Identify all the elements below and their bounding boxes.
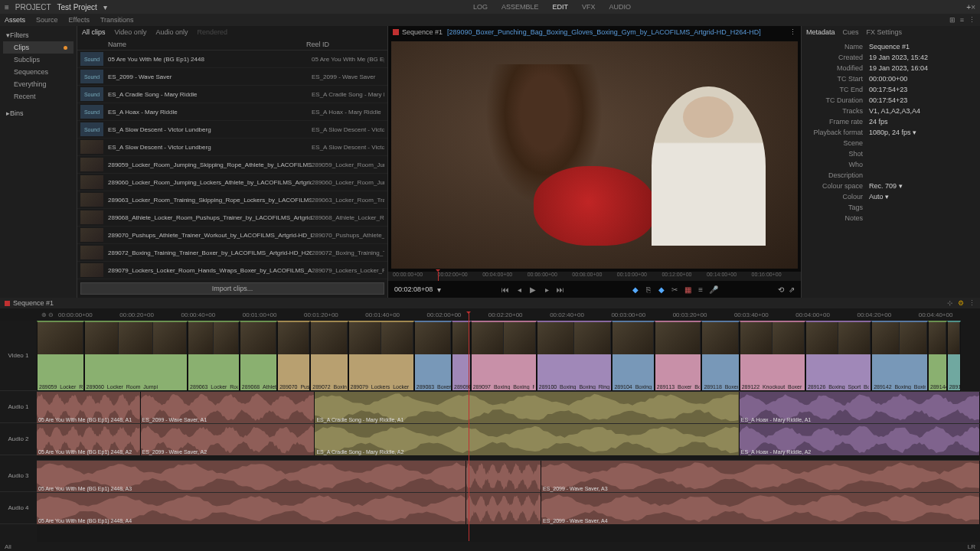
clip-row[interactable]: 289063_Locker_Room_Training_Skipping_Rop… [77, 191, 387, 209]
tab-assets[interactable]: Assets [5, 16, 25, 24]
track-header-a4[interactable]: Audio 4 [0, 492, 37, 524]
lr-label[interactable]: LR [968, 543, 975, 550]
grid-icon[interactable]: ▦ [683, 285, 692, 294]
clips-tab[interactable]: Rendered [197, 28, 227, 36]
list-icon[interactable]: ≡ [696, 285, 705, 294]
play-icon[interactable]: ▶ [528, 285, 537, 294]
filter-recent[interactable]: Recent [3, 90, 74, 103]
video-clip[interactable]: 289144_t [928, 321, 947, 391]
menu-edit[interactable]: EDIT [553, 3, 569, 11]
grid-icon[interactable]: ⊞ [949, 16, 956, 24]
zoom-out-icon[interactable]: ⊖ [48, 311, 54, 318]
clip-row[interactable]: SoundES_A Cradle Song - Mary RiddleES_A … [77, 86, 387, 103]
video-clip[interactable]: 289100_Boxing_Boxing_Ring_Boxing_Jud [537, 321, 612, 391]
all-label[interactable]: All [5, 543, 11, 550]
settings-icon[interactable]: ⚙ [958, 299, 964, 307]
clip-row[interactable]: 289079_Lockers_Locker_Room_Hands_Wraps_B… [77, 262, 387, 279]
video-clip[interactable]: 289104_Boxing_Boxer [612, 321, 654, 391]
audio-clip[interactable] [466, 461, 542, 492]
video-clip[interactable]: 289063_Locker_Room_Training_Sk [188, 321, 240, 391]
sequence-tab[interactable]: Sequence #1 [13, 299, 54, 307]
bins-header[interactable]: Bins [10, 109, 24, 117]
video-clip[interactable]: 289083_Boxer_Hands [414, 321, 452, 391]
menu-log[interactable]: LOG [473, 3, 488, 11]
track-header-a1[interactable]: Audio 1 [0, 391, 37, 423]
chevron-down-icon[interactable]: ▾ [911, 129, 917, 136]
viewer-display[interactable] [391, 41, 798, 269]
video-clip[interactable]: 289070_Pushups [277, 321, 310, 391]
chevron-down-icon[interactable]: ▾ [437, 285, 441, 294]
more-icon[interactable]: ⋮ [969, 299, 975, 307]
timeline-playhead[interactable] [469, 311, 469, 541]
filter-everything[interactable]: Everything [3, 78, 74, 90]
mic-icon[interactable]: 🎤 [709, 285, 718, 294]
tab-source[interactable]: Source [36, 16, 58, 24]
tab-transitions[interactable]: Transitions [100, 16, 134, 24]
clip-row[interactable]: 289072_Boxing_Training_Trainer_Boxer_by_… [77, 244, 387, 262]
video-clip[interactable]: 289079_Lockers_Locker_Room_Hands [348, 321, 414, 391]
audio-clip[interactable]: ES_2099 - Wave Saver, A4 [541, 493, 980, 524]
audio-clip[interactable]: ES_A Hoax - Mary Riddle, A1 [740, 392, 980, 423]
audio-clip[interactable]: 05 Are You With Me (BG Ep1) 2448, A4 [37, 493, 466, 524]
clip-row[interactable]: SoundES_A Hoax - Mary RiddleES_A Hoax - … [77, 103, 387, 121]
clip-row[interactable]: SoundES_A Slow Descent - Victor Lundberg… [77, 121, 387, 139]
clip-row[interactable]: 289068_Athlete_Locker_Room_Pushups_Train… [77, 209, 387, 227]
meta-tab[interactable]: FX Settings [867, 28, 903, 36]
loop-icon[interactable]: ⟲ [778, 285, 784, 294]
step-back-icon[interactable]: ◂ [514, 285, 524, 294]
snap-icon[interactable]: ⊹ [947, 299, 953, 307]
list-icon[interactable]: ≡ [960, 16, 964, 24]
filter-clips[interactable]: Clips [3, 41, 74, 54]
hamburger-icon[interactable]: ≡ [5, 3, 9, 11]
filter-sequences[interactable]: Sequences [3, 66, 74, 78]
audio-clip[interactable]: ES_2099 - Wave Saver, A3 [541, 461, 980, 492]
chevron-down-icon[interactable]: ▾ [884, 193, 890, 201]
tab-effects[interactable]: Effects [69, 16, 90, 24]
menu-audio[interactable]: AUDIO [609, 3, 632, 11]
clip-row[interactable]: 289070_Pushups_Athlete_Trainer_Workout_b… [77, 227, 387, 244]
col-name[interactable]: Name [82, 41, 306, 48]
video-clip[interactable]: 289147 [947, 321, 961, 391]
project-name[interactable]: Test Project [57, 3, 97, 11]
link-icon[interactable]: ⎘ [644, 285, 653, 294]
chevron-down-icon[interactable]: ▾ [897, 182, 903, 190]
video-clip[interactable]: 289072_Boxing_Tr [310, 321, 348, 391]
filter-subclips[interactable]: Subclips [3, 54, 74, 66]
track-header-v1[interactable]: Video 1 [0, 321, 37, 391]
close-icon[interactable]: × [971, 3, 975, 11]
audio-clip[interactable] [466, 493, 542, 524]
clip-row[interactable]: 289060_Locker_Room_Jumping_Lockers_Athle… [77, 174, 387, 191]
audio-clip[interactable]: ES_2099 - Wave Saver, A1 [141, 392, 315, 423]
menu-icon[interactable]: ⋮ [789, 28, 796, 36]
clips-tab[interactable]: Audio only [155, 28, 188, 36]
video-clip[interactable]: 289118_Boxer_Boxing [701, 321, 739, 391]
video-clip[interactable]: 289113_Boxer_Boxing_Boxi [655, 321, 702, 391]
more-icon[interactable]: ⋮ [969, 16, 975, 24]
timecode[interactable]: 00:02:08+08 [394, 285, 433, 293]
cut-icon[interactable]: ✂ [670, 285, 679, 294]
skip-end-icon[interactable]: ⏭ [556, 285, 565, 294]
video-clip[interactable]: 289122_Knockout_Boxer_Bruised_Boxi [740, 321, 805, 391]
audio-clip[interactable]: ES_A Hoax - Mary Riddle, A2 [740, 424, 980, 455]
video-clip[interactable]: 289060_Locker_Room_Jumpi [84, 321, 188, 391]
track-header-a3[interactable]: Audio 3 [0, 460, 37, 492]
meta-tab[interactable]: Metadata [806, 28, 835, 36]
clips-tab[interactable]: Video only [115, 28, 147, 36]
audio-clip[interactable]: 05 Are You With Me (BG Ep1) 2448, A1 [37, 392, 141, 423]
video-clip[interactable]: 289097_Boxing_Boxing_Ring_Boxer [471, 321, 537, 391]
video-clip[interactable]: 289059_Locker_Room_Jump [37, 321, 84, 391]
menu-vfx[interactable]: VFX [582, 3, 596, 11]
clip-row[interactable]: 289059_Locker_Room_Jumping_Skipping_Rope… [77, 156, 387, 174]
col-reel[interactable]: Reel ID [306, 41, 383, 48]
skip-start-icon[interactable]: ⏮ [501, 285, 510, 294]
video-clip[interactable]: 289126_Boxing_Sport_Boxer_Pun [805, 321, 871, 391]
audio-clip[interactable]: ES_2099 - Wave Saver, A2 [141, 424, 315, 455]
track-header-a2[interactable]: Audio 2 [0, 423, 37, 455]
meta-tab[interactable]: Cues [843, 28, 859, 36]
mark-out-icon[interactable]: ◆ [657, 285, 666, 294]
video-clip[interactable]: 289142_Boxing_Boxing_Ring_Rivals_Competi… [871, 321, 928, 391]
clip-row[interactable]: SoundES_2099 - Wave SaverES_2099 - Wave … [77, 68, 387, 86]
clip-row[interactable]: ES_A Slow Descent - Victor LundbergES_A … [77, 139, 387, 156]
video-clip[interactable]: 289068_Athlete_Locker [240, 321, 277, 391]
import-button[interactable]: Import clips... [80, 282, 384, 295]
